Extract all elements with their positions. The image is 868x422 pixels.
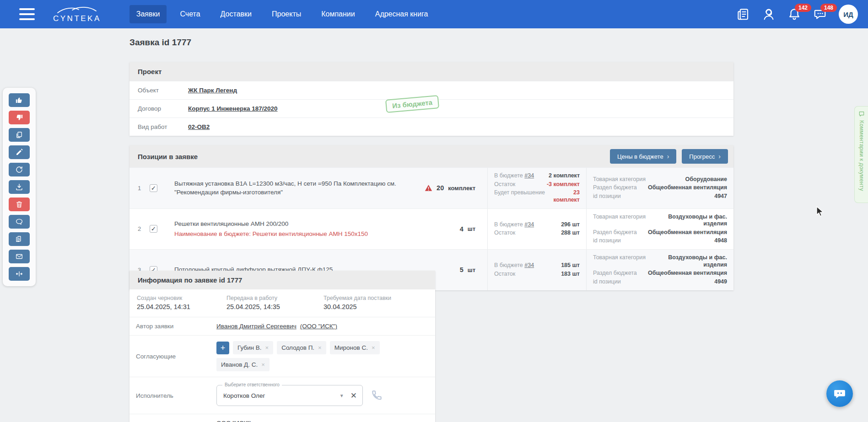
- download-button[interactable]: [9, 180, 30, 194]
- logo[interactable]: CYNTEKA: [53, 6, 101, 22]
- refresh-icon: [15, 166, 23, 174]
- approver-chip[interactable]: Солодов П.×: [277, 341, 326, 354]
- progress-button[interactable]: Прогресс›: [682, 149, 728, 164]
- pencil-icon: [15, 148, 23, 156]
- item-name: Решетки вентиляционные АМН 200/200: [174, 219, 400, 229]
- chevron-right-icon: ›: [667, 153, 669, 160]
- executor-select[interactable]: Выберите ответственного Коротков Олег ▼ …: [216, 385, 363, 406]
- nav-tab-adresnaya-kniga[interactable]: Адресная книга: [368, 5, 435, 23]
- support-icon[interactable]: [762, 7, 776, 21]
- thumbs-up-icon: [15, 96, 23, 104]
- draft-created-value: 25.04.2025, 14:31: [137, 303, 226, 310]
- clear-executor-icon[interactable]: ✕: [350, 391, 357, 401]
- row-checkbox[interactable]: ✓: [150, 184, 157, 192]
- budget-name-note: Наименование в бюджете: Решетки вентиляц…: [174, 230, 400, 239]
- notifications-bell-icon[interactable]: 142: [787, 7, 801, 21]
- budget-value: 2 комплект: [549, 172, 580, 180]
- budget-column: В бюджете #34296 шт Остаток288 шт: [487, 209, 586, 250]
- budget-ref-link[interactable]: #34: [524, 262, 534, 268]
- edit-button[interactable]: [9, 145, 30, 159]
- author-link[interactable]: Иванов Дмитрий Сергеевич: [216, 323, 297, 330]
- row-number: 1: [129, 168, 150, 208]
- nav-tab-proekty[interactable]: Проекты: [265, 5, 308, 23]
- logo-text: CYNTEKA: [53, 15, 101, 22]
- mouse-cursor: [815, 206, 826, 218]
- budget-section-value: Общеобменная вентиляция: [648, 229, 727, 236]
- remove-approver-icon[interactable]: ×: [261, 361, 265, 368]
- add-approver-button[interactable]: +: [216, 342, 229, 354]
- refresh-button[interactable]: [9, 163, 30, 176]
- row-checkbox[interactable]: ✓: [150, 225, 157, 233]
- top-nav-bar: CYNTEKA Заявки Счета Доставки Проекты Ко…: [0, 0, 868, 28]
- unit: шт: [468, 267, 475, 273]
- sent-to-work-value: 25.04.2025, 14:35: [226, 303, 323, 310]
- executor-label: Исполнитель: [136, 385, 216, 406]
- remove-approver-icon[interactable]: ×: [265, 344, 269, 351]
- nav-tab-scheta[interactable]: Счета: [173, 5, 207, 23]
- split-resize-icon: [15, 270, 23, 278]
- chevron-down-icon[interactable]: ▼: [340, 393, 344, 398]
- delete-button[interactable]: [9, 198, 30, 211]
- news-icon[interactable]: [736, 7, 750, 21]
- quantity: 4: [460, 225, 464, 233]
- object-link[interactable]: ЖК Парк Легенд: [188, 87, 237, 94]
- budget-prices-button[interactable]: Цены в бюджете›: [610, 149, 676, 164]
- rest-value: 183 шт: [561, 271, 580, 278]
- notifications-badge: 142: [795, 4, 811, 12]
- logo-swoosh-icon: [55, 6, 99, 14]
- phone-icon[interactable]: [370, 390, 382, 401]
- chevron-right-icon: ›: [718, 153, 721, 160]
- copy-button[interactable]: [9, 128, 30, 142]
- invoice-button[interactable]: $: [9, 232, 30, 246]
- author-row: Автор заявки Иванов Дмитрий Сергеевич (О…: [129, 317, 435, 336]
- user-avatar[interactable]: ИД: [839, 5, 858, 24]
- remove-approver-icon[interactable]: ×: [318, 344, 322, 351]
- sent-to-work-label: Передана в работу: [226, 295, 323, 301]
- comment-icon: [15, 218, 23, 226]
- nav-tab-zayavki[interactable]: Заявки: [129, 5, 167, 23]
- position-id: 4947: [714, 193, 727, 200]
- messages-badge: 148: [820, 4, 837, 12]
- approver-chip[interactable]: Иванов Д. С.×: [216, 358, 270, 371]
- required-delivery-label: Требуемая дата поставки: [323, 295, 421, 301]
- approver-chip[interactable]: Губин В.×: [233, 341, 273, 354]
- envelope-icon: [15, 252, 23, 261]
- comments-tab-label: Комментарии к документу: [858, 120, 865, 191]
- header-actions: 142 148 ИД: [736, 5, 858, 24]
- email-button[interactable]: [9, 250, 30, 263]
- item-name: Вытяжная установка В1А L=12300 м3/час, Н…: [174, 179, 400, 197]
- category-value: Оборудование: [685, 176, 727, 183]
- budget-section-value: Общеобменная вентиляция: [648, 270, 727, 277]
- contract-link[interactable]: Корпус 1 Инженерка 187/2020: [188, 105, 278, 112]
- executor-value: Коротков Олег: [223, 392, 340, 399]
- support-chat-button[interactable]: [826, 380, 853, 407]
- reject-button[interactable]: [9, 111, 30, 124]
- budget-column: В бюджете #34185 шт Остаток183 шт: [487, 250, 586, 290]
- worktype-link[interactable]: 02-ОВ2: [188, 123, 210, 130]
- comment-button[interactable]: [9, 215, 30, 229]
- menu-icon[interactable]: [19, 8, 35, 20]
- org-link[interactable]: ООО "ИСК"): [216, 420, 252, 422]
- messages-icon[interactable]: 148: [813, 7, 827, 21]
- remove-approver-icon[interactable]: ×: [372, 344, 375, 351]
- nav-tab-dostavki[interactable]: Доставки: [214, 5, 259, 23]
- author-label: Автор заявки: [136, 323, 216, 330]
- positions-section-title: Позиции в заявке: [138, 153, 198, 160]
- nav-tab-kompanii[interactable]: Компании: [314, 5, 362, 23]
- document-comments-tab[interactable]: Комментарии к документу: [854, 106, 868, 203]
- budget-value: 296 шт: [561, 221, 580, 229]
- approver-chip[interactable]: Миронов С.×: [330, 341, 380, 354]
- unit: комплект: [448, 185, 475, 192]
- split-view-button[interactable]: [9, 267, 30, 281]
- main-nav: Заявки Счета Доставки Проекты Компании А…: [129, 5, 435, 23]
- budget-section-value: Общеобменная вентиляция: [648, 184, 727, 192]
- approve-button[interactable]: [9, 93, 30, 107]
- position-row-1: 1 ✓ Вытяжная установка В1А L=12300 м3/ча…: [129, 167, 733, 208]
- svg-text:$: $: [18, 237, 20, 241]
- author-org-link[interactable]: (ООО "ИСК"): [300, 323, 337, 330]
- budget-ref-link[interactable]: #34: [524, 221, 534, 228]
- project-section-title: Проект: [129, 62, 733, 81]
- row-number: 2: [129, 209, 150, 250]
- contract-label: Договор: [129, 105, 188, 112]
- budget-ref-link[interactable]: #34: [524, 172, 534, 179]
